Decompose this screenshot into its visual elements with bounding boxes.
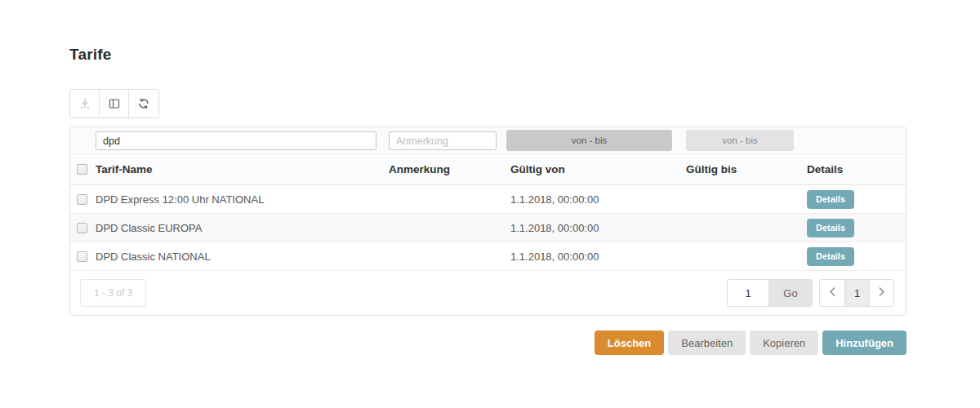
column-header-anmerkung: Anmerkung <box>389 163 510 175</box>
gueltig-von-range-button[interactable]: von - bis <box>506 130 672 151</box>
refresh-button[interactable] <box>129 90 158 118</box>
go-button[interactable]: Go <box>768 280 812 306</box>
table-row: DPD Express 12:00 Uhr NATIONAL 1.1.2018,… <box>70 185 906 214</box>
row-checkbox[interactable] <box>77 251 87 262</box>
chevron-left-icon <box>829 286 836 299</box>
column-header-gueltig-bis: Gültig bis <box>686 163 807 175</box>
next-page-button[interactable] <box>869 280 893 306</box>
gueltig-von-cell: 1.1.2018, 00:00:00 <box>510 251 686 263</box>
prev-page-button[interactable] <box>820 280 844 306</box>
tariff-table-panel: von - bis von - bis Tarif-Name Anmerkung… <box>69 126 906 316</box>
page-input[interactable] <box>728 280 768 306</box>
main-content: Tarife <box>69 46 906 355</box>
edit-button[interactable]: Bearbeiten <box>668 330 746 355</box>
actions-row: Löschen Bearbeiten Kopieren Hinzufügen <box>69 330 906 355</box>
column-header-tarif-name: Tarif-Name <box>96 163 389 175</box>
filter-row: von - bis von - bis <box>70 127 906 154</box>
delete-button[interactable]: Löschen <box>595 330 664 355</box>
gueltig-von-cell: 1.1.2018, 00:00:00 <box>510 193 686 206</box>
page-title: Tarife <box>69 46 906 64</box>
details-button[interactable]: Details <box>807 247 854 266</box>
add-button[interactable]: Hinzufügen <box>822 330 906 355</box>
refresh-icon <box>137 97 150 110</box>
column-header-details: Details <box>807 163 906 175</box>
select-all-checkbox[interactable] <box>77 164 87 175</box>
copy-button[interactable]: Kopieren <box>750 330 818 355</box>
page-jump-group: Go <box>727 279 813 307</box>
table-row: DPD Classic NATIONAL 1.1.2018, 00:00:00 … <box>70 242 906 271</box>
gueltig-von-cell: 1.1.2018, 00:00:00 <box>510 222 686 234</box>
pager-group: 1 <box>819 279 894 307</box>
row-checkbox[interactable] <box>77 194 87 205</box>
columns-button[interactable] <box>100 90 129 118</box>
toolbar <box>69 89 159 118</box>
anmerkung-filter-input[interactable] <box>389 131 497 150</box>
details-button[interactable]: Details <box>807 190 854 209</box>
download-icon <box>78 97 91 110</box>
columns-icon <box>108 97 121 110</box>
tarif-name-cell: DPD Express 12:00 Uhr NATIONAL <box>96 193 389 206</box>
details-button[interactable]: Details <box>807 219 854 237</box>
row-checkbox[interactable] <box>77 223 87 233</box>
chevron-right-icon <box>878 286 885 299</box>
table-row: DPD Classic EUROPA 1.1.2018, 00:00:00 De… <box>70 214 906 242</box>
gueltig-bis-range-button[interactable]: von - bis <box>686 130 794 151</box>
table-header-row: Tarif-Name Anmerkung Gültig von Gültig b… <box>70 154 906 185</box>
column-header-gueltig-von: Gültig von <box>510 163 686 175</box>
pagination-row: 1 - 3 of 3 Go 1 <box>70 271 906 315</box>
current-page-button[interactable]: 1 <box>844 280 869 306</box>
tarif-name-filter-input[interactable] <box>96 131 376 150</box>
tarif-name-cell: DPD Classic NATIONAL <box>96 251 389 263</box>
download-button[interactable] <box>70 90 100 118</box>
row-range-label: 1 - 3 of 3 <box>80 279 146 307</box>
tarif-name-cell: DPD Classic EUROPA <box>96 222 389 234</box>
